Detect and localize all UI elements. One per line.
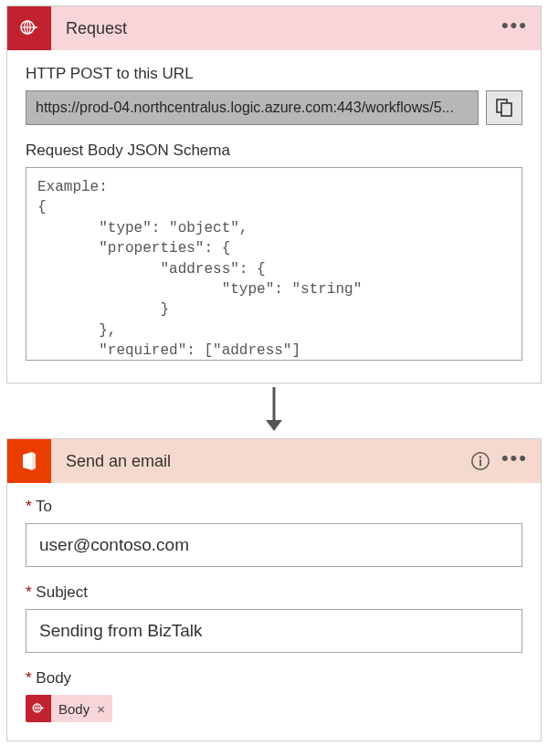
svg-rect-6 [501, 103, 511, 116]
email-body-tokens[interactable]: Body × [26, 695, 522, 722]
send-email-card: Send an email ••• To Subject Body [6, 438, 542, 741]
request-url-value[interactable]: https://prod-04.northcentralus.logic.azu… [26, 90, 479, 125]
email-header[interactable]: Send an email ••• [7, 439, 541, 483]
email-to-label: To [26, 498, 522, 516]
email-more-menu[interactable]: ••• [501, 448, 528, 474]
svg-point-12 [480, 457, 481, 458]
email-body-label: Body [26, 669, 522, 688]
svg-rect-13 [480, 459, 481, 466]
body-token-label: Body [51, 701, 95, 717]
info-icon[interactable] [470, 451, 490, 471]
body-token[interactable]: Body × [26, 695, 112, 722]
email-body-panel: To Subject Body Body [7, 483, 541, 740]
request-header[interactable]: Request ••• [7, 6, 541, 50]
request-schema-textarea[interactable] [26, 167, 522, 361]
request-connector-icon [7, 6, 51, 50]
request-title: Request [51, 19, 501, 38]
svg-marker-18 [41, 707, 45, 709]
request-card: Request ••• HTTP POST to this URL https:… [6, 5, 542, 383]
copy-url-button[interactable] [486, 90, 522, 125]
request-connector-icon [26, 695, 51, 722]
email-title: Send an email [51, 452, 470, 471]
request-more-menu[interactable]: ••• [501, 16, 528, 41]
svg-marker-8 [266, 420, 282, 431]
request-url-label: HTTP POST to this URL [26, 65, 522, 83]
copy-icon [495, 98, 513, 118]
email-subject-label: Subject [26, 583, 522, 602]
svg-marker-4 [33, 26, 38, 29]
flow-arrow [260, 387, 288, 433]
remove-token-button[interactable]: × [95, 701, 112, 717]
office-connector-icon [7, 439, 51, 483]
email-subject-input[interactable] [26, 609, 522, 653]
request-schema-label: Request Body JSON Schema [26, 142, 522, 160]
svg-marker-10 [32, 452, 36, 470]
svg-marker-9 [23, 452, 32, 470]
email-to-input[interactable] [26, 523, 522, 567]
request-body: HTTP POST to this URL https://prod-04.no… [7, 50, 541, 383]
